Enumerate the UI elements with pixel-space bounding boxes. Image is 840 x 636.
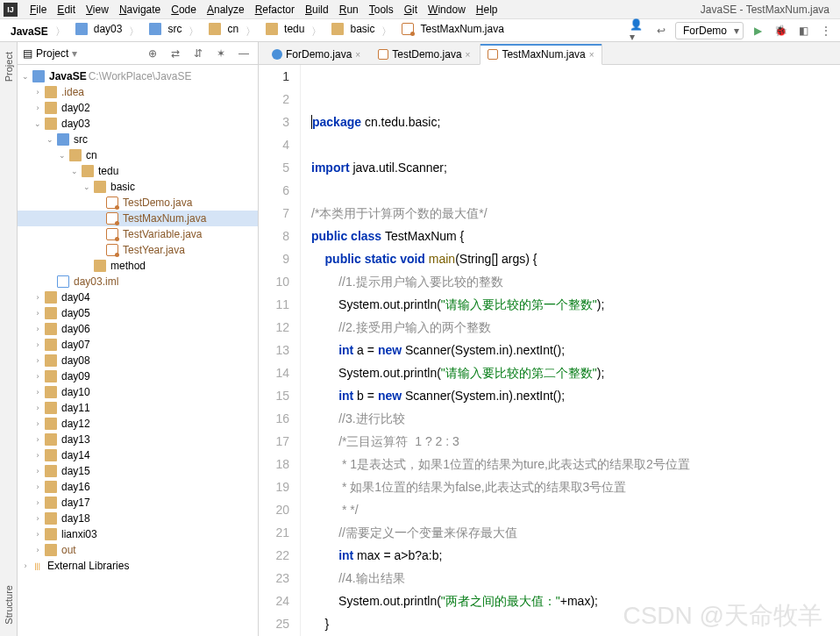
menu-edit[interactable]: Edit [52, 4, 81, 16]
code-line[interactable]: package cn.tedu.basic; [311, 111, 840, 133]
editor-tab[interactable]: TestMaxNum.java× [480, 44, 602, 65]
menu-tools[interactable]: Tools [364, 4, 399, 16]
dropdown-icon[interactable]: ▾ [72, 47, 77, 60]
tree-toggle-icon[interactable]: › [33, 530, 42, 539]
code-editor[interactable]: 1234567891011121314151617181920212223242… [259, 65, 840, 636]
back-icon[interactable]: ↩ [652, 22, 670, 39]
tree-row[interactable]: ⌄cn [18, 147, 258, 163]
code-line[interactable]: * 1是表达式，如果1位置的结果为ture,此表达式的结果取2号位置 [311, 453, 840, 475]
tree-toggle-icon[interactable]: › [33, 104, 42, 112]
tree-toggle-icon[interactable]: ⌄ [33, 119, 42, 128]
menu-help[interactable]: Help [471, 4, 503, 16]
tree-row[interactable]: ›day16 [18, 479, 258, 495]
tree-toggle-icon[interactable]: › [33, 498, 42, 507]
code-line[interactable]: /*三目运算符 1 ? 2 : 3 [311, 430, 840, 453]
menu-run[interactable]: Run [334, 4, 364, 16]
breadcrumb[interactable]: JavaSE [5, 24, 53, 39]
code-line[interactable]: int max = a>b?a:b; [311, 544, 840, 567]
code-line[interactable]: System.out.println("请输入要比较的第二个整数"); [311, 361, 840, 384]
tree-row[interactable]: TestDemo.java [18, 195, 258, 211]
project-tool-tab[interactable]: Project [1, 46, 17, 88]
tree-toggle-icon[interactable]: › [33, 88, 42, 96]
tree-row[interactable]: ›day08 [18, 353, 258, 368]
tree-row[interactable]: ›day17 [18, 495, 258, 511]
hide-icon[interactable]: — [235, 45, 253, 62]
tree-toggle-icon[interactable]: › [33, 372, 42, 381]
more-icon[interactable]: ⋮ [817, 22, 835, 39]
menu-file[interactable]: File [25, 4, 52, 16]
tree-toggle-icon[interactable]: › [33, 388, 42, 397]
code-line[interactable] [311, 179, 840, 202]
tree-row[interactable]: day03.iml [18, 274, 258, 289]
tree-row[interactable]: ›day14 [18, 447, 258, 463]
tree-toggle-icon[interactable]: › [33, 325, 42, 333]
code-line[interactable]: public class TestMaxNum { [311, 225, 840, 247]
tree-row[interactable]: ⌄src [18, 132, 258, 147]
menu-git[interactable]: Git [399, 4, 423, 16]
code-line[interactable]: //1.提示用户输入要比较的整数 [311, 270, 840, 293]
tree-toggle-icon[interactable]: › [33, 340, 42, 349]
breadcrumb[interactable]: src [141, 21, 187, 37]
code-line[interactable]: System.out.println("两者之间的最大值："+max); [311, 590, 840, 612]
tree-row[interactable]: ⌄basic [18, 179, 258, 195]
menu-analyze[interactable]: Analyze [202, 4, 250, 16]
code-line[interactable]: int b = new Scanner(System.in).nextInt()… [311, 384, 840, 407]
tree-row[interactable]: ›day11 [18, 400, 258, 416]
tree-toggle-icon[interactable]: ⌄ [70, 167, 79, 175]
run-button[interactable]: ▶ [749, 22, 766, 39]
close-icon[interactable]: × [355, 50, 360, 60]
tree-row[interactable]: ›⫼External Libraries [18, 558, 258, 574]
tree-toggle-icon[interactable]: ⌄ [82, 182, 91, 191]
tree-toggle-icon[interactable]: › [33, 514, 42, 523]
breadcrumb[interactable]: day03 [68, 21, 128, 37]
menu-build[interactable]: Build [300, 4, 334, 16]
tree-toggle-icon[interactable]: › [33, 419, 42, 428]
breadcrumb[interactable]: cn [201, 21, 244, 37]
menu-navigate[interactable]: Navigate [114, 4, 166, 16]
menu-window[interactable]: Window [423, 4, 471, 16]
structure-tool-tab[interactable]: Structure [1, 579, 17, 631]
tree-row[interactable]: ›day02 [18, 100, 258, 116]
collapse-icon[interactable]: ⇵ [189, 45, 207, 62]
code-content[interactable]: package cn.tedu.basic;import java.util.S… [301, 65, 840, 636]
close-icon[interactable]: × [589, 50, 594, 60]
tree-row[interactable]: ›day15 [18, 463, 258, 479]
menu-code[interactable]: Code [166, 4, 202, 16]
tree-toggle-icon[interactable]: › [33, 356, 42, 365]
editor-tab[interactable]: ForDemo.java× [264, 44, 368, 64]
tree-toggle-icon[interactable]: › [33, 404, 42, 412]
close-icon[interactable]: × [466, 50, 471, 60]
code-line[interactable]: /*本类用于计算两个数的最大值*/ [311, 202, 840, 225]
code-line[interactable]: //需要定义一个变量来保存最大值 [311, 521, 840, 544]
tree-row[interactable]: ›day13 [18, 432, 258, 447]
tree-toggle-icon[interactable]: › [21, 561, 30, 570]
menu-view[interactable]: View [81, 4, 114, 16]
tree-row[interactable]: ›out [18, 542, 258, 558]
tree-row[interactable]: ›day09 [18, 368, 258, 384]
editor-tab[interactable]: TestDemo.java× [370, 44, 478, 64]
tree-row[interactable]: ⌄tedu [18, 163, 258, 179]
code-line[interactable] [311, 133, 840, 156]
tree-toggle-icon[interactable]: › [33, 467, 42, 475]
tree-row[interactable]: ›day10 [18, 384, 258, 400]
code-line[interactable]: import java.util.Scanner; [311, 156, 840, 179]
code-line[interactable]: int a = new Scanner(System.in).nextInt()… [311, 339, 840, 361]
breadcrumb[interactable]: basic [324, 21, 380, 37]
tree-row[interactable]: ⌄day03 [18, 116, 258, 132]
menu-refactor[interactable]: Refactor [250, 4, 300, 16]
tree-row[interactable]: TestYear.java [18, 242, 258, 258]
code-line[interactable]: //2.接受用户输入的两个整数 [311, 316, 840, 339]
breadcrumb[interactable]: tedu [258, 21, 310, 37]
tree-row[interactable]: ›day06 [18, 321, 258, 337]
tree-toggle-icon[interactable]: › [33, 546, 42, 554]
tree-row[interactable]: TestMaxNum.java [18, 211, 258, 226]
debug-button[interactable]: 🐞 [772, 22, 789, 39]
tree-row[interactable]: ›day12 [18, 416, 258, 432]
code-line[interactable]: } [311, 612, 840, 635]
expand-icon[interactable]: ⇄ [167, 45, 184, 62]
code-line[interactable]: System.out.println("请输入要比较的第一个整数"); [311, 293, 840, 316]
code-line[interactable]: * */ [311, 498, 840, 521]
run-config-combo[interactable]: ForDemo [675, 22, 744, 39]
tree-row[interactable]: ›day18 [18, 511, 258, 526]
tree-toggle-icon[interactable]: ⌄ [58, 151, 67, 160]
